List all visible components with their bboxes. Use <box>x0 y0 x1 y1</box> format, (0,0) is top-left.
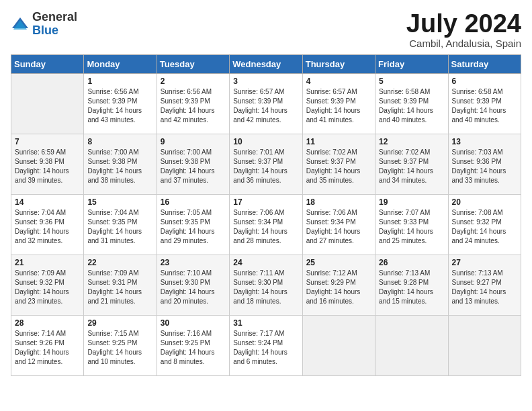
calendar-cell: 18Sunrise: 7:06 AMSunset: 9:34 PMDayligh… <box>302 195 375 255</box>
calendar-cell: 16Sunrise: 7:05 AMSunset: 9:35 PMDayligh… <box>157 195 229 255</box>
day-info: Sunrise: 6:57 AMSunset: 9:39 PMDaylight:… <box>233 87 298 125</box>
logo-text: General Blue <box>32 11 77 38</box>
day-number: 7 <box>15 137 80 146</box>
header-day-sunday: Sunday <box>11 55 84 74</box>
day-number: 12 <box>379 137 444 146</box>
calendar-cell: 28Sunrise: 7:14 AMSunset: 9:26 PMDayligh… <box>11 316 84 376</box>
day-info: Sunrise: 7:08 AMSunset: 9:32 PMDaylight:… <box>452 208 517 246</box>
calendar-cell: 22Sunrise: 7:09 AMSunset: 9:31 PMDayligh… <box>84 255 157 316</box>
day-number: 26 <box>379 258 444 267</box>
calendar-cell: 2Sunrise: 6:56 AMSunset: 9:39 PMDaylight… <box>157 74 229 134</box>
calendar-cell: 7Sunrise: 6:59 AMSunset: 9:38 PMDaylight… <box>11 134 84 195</box>
calendar-cell: 31Sunrise: 7:17 AMSunset: 9:24 PMDayligh… <box>230 316 302 376</box>
calendar-cell: 10Sunrise: 7:01 AMSunset: 9:37 PMDayligh… <box>230 134 302 195</box>
day-info: Sunrise: 6:57 AMSunset: 9:39 PMDaylight:… <box>306 87 371 125</box>
day-number: 23 <box>161 258 226 267</box>
calendar-cell: 23Sunrise: 7:10 AMSunset: 9:30 PMDayligh… <box>157 255 229 316</box>
day-number: 17 <box>233 197 298 207</box>
month-title: July 2024 <box>406 11 521 36</box>
calendar-body: 1Sunrise: 6:56 AMSunset: 9:39 PMDaylight… <box>11 74 521 376</box>
week-row-5: 28Sunrise: 7:14 AMSunset: 9:26 PMDayligh… <box>11 316 521 376</box>
day-info: Sunrise: 7:04 AMSunset: 9:35 PMDaylight:… <box>87 208 152 246</box>
calendar-cell: 19Sunrise: 7:07 AMSunset: 9:33 PMDayligh… <box>375 195 448 255</box>
day-info: Sunrise: 7:13 AMSunset: 9:28 PMDaylight:… <box>379 269 444 306</box>
day-info: Sunrise: 6:56 AMSunset: 9:39 PMDaylight:… <box>161 87 226 125</box>
day-number: 1 <box>87 77 152 86</box>
header-day-friday: Friday <box>375 55 448 74</box>
calendar-cell <box>448 316 521 376</box>
calendar-cell: 15Sunrise: 7:04 AMSunset: 9:35 PMDayligh… <box>84 195 157 255</box>
calendar-cell: 8Sunrise: 7:00 AMSunset: 9:38 PMDaylight… <box>84 134 157 195</box>
day-number: 19 <box>379 197 444 207</box>
calendar-cell: 3Sunrise: 6:57 AMSunset: 9:39 PMDaylight… <box>230 74 302 134</box>
day-number: 25 <box>306 258 371 267</box>
calendar-cell <box>11 74 84 134</box>
day-number: 27 <box>452 258 517 267</box>
day-number: 24 <box>233 258 298 267</box>
header-day-thursday: Thursday <box>302 55 375 74</box>
week-row-2: 7Sunrise: 6:59 AMSunset: 9:38 PMDaylight… <box>11 134 521 195</box>
day-info: Sunrise: 7:09 AMSunset: 9:31 PMDaylight:… <box>87 269 152 306</box>
header-day-tuesday: Tuesday <box>157 55 229 74</box>
day-info: Sunrise: 7:02 AMSunset: 9:37 PMDaylight:… <box>379 148 444 185</box>
day-number: 20 <box>452 197 517 207</box>
day-info: Sunrise: 7:00 AMSunset: 9:38 PMDaylight:… <box>87 148 152 185</box>
calendar-cell: 1Sunrise: 6:56 AMSunset: 9:39 PMDaylight… <box>84 74 157 134</box>
day-number: 8 <box>87 137 152 146</box>
header-day-wednesday: Wednesday <box>230 55 302 74</box>
day-number: 6 <box>452 77 517 86</box>
day-info: Sunrise: 7:10 AMSunset: 9:30 PMDaylight:… <box>161 269 226 306</box>
day-number: 2 <box>161 77 226 86</box>
title-area: July 2024 Cambil, Andalusia, Spain <box>406 11 521 49</box>
day-info: Sunrise: 7:01 AMSunset: 9:37 PMDaylight:… <box>233 148 298 185</box>
week-row-4: 21Sunrise: 7:09 AMSunset: 9:32 PMDayligh… <box>11 255 521 316</box>
calendar-cell: 26Sunrise: 7:13 AMSunset: 9:28 PMDayligh… <box>375 255 448 316</box>
calendar-header: SundayMondayTuesdayWednesdayThursdayFrid… <box>11 55 521 74</box>
logo: General Blue <box>11 11 77 38</box>
calendar-cell: 17Sunrise: 7:06 AMSunset: 9:34 PMDayligh… <box>230 195 302 255</box>
logo-blue-text: Blue <box>32 24 77 38</box>
day-number: 31 <box>233 318 298 328</box>
day-number: 3 <box>233 77 298 86</box>
calendar-cell: 6Sunrise: 6:58 AMSunset: 9:39 PMDaylight… <box>448 74 521 134</box>
day-info: Sunrise: 7:17 AMSunset: 9:24 PMDaylight:… <box>233 329 298 367</box>
calendar-cell: 30Sunrise: 7:16 AMSunset: 9:25 PMDayligh… <box>157 316 229 376</box>
day-info: Sunrise: 7:06 AMSunset: 9:34 PMDaylight:… <box>306 208 371 246</box>
calendar-cell <box>302 316 375 376</box>
logo-general-text: General <box>32 11 77 24</box>
header: General Blue July 2024 Cambil, Andalusia… <box>11 11 521 49</box>
calendar-cell <box>375 316 448 376</box>
calendar-cell: 24Sunrise: 7:11 AMSunset: 9:30 PMDayligh… <box>230 255 302 316</box>
day-info: Sunrise: 7:07 AMSunset: 9:33 PMDaylight:… <box>379 208 444 246</box>
day-info: Sunrise: 6:58 AMSunset: 9:39 PMDaylight:… <box>379 87 444 125</box>
calendar-cell: 14Sunrise: 7:04 AMSunset: 9:36 PMDayligh… <box>11 195 84 255</box>
calendar-cell: 5Sunrise: 6:58 AMSunset: 9:39 PMDaylight… <box>375 74 448 134</box>
day-info: Sunrise: 7:03 AMSunset: 9:36 PMDaylight:… <box>452 148 517 185</box>
day-info: Sunrise: 7:09 AMSunset: 9:32 PMDaylight:… <box>15 269 80 306</box>
header-day-saturday: Saturday <box>448 55 521 74</box>
calendar-cell: 13Sunrise: 7:03 AMSunset: 9:36 PMDayligh… <box>448 134 521 195</box>
day-number: 29 <box>87 318 152 328</box>
day-number: 18 <box>306 197 371 207</box>
logo-icon <box>11 15 30 34</box>
day-number: 11 <box>306 137 371 146</box>
day-info: Sunrise: 6:56 AMSunset: 9:39 PMDaylight:… <box>87 87 152 125</box>
calendar-cell: 12Sunrise: 7:02 AMSunset: 9:37 PMDayligh… <box>375 134 448 195</box>
header-row: SundayMondayTuesdayWednesdayThursdayFrid… <box>11 55 521 74</box>
calendar-cell: 9Sunrise: 7:00 AMSunset: 9:38 PMDaylight… <box>157 134 229 195</box>
day-number: 5 <box>379 77 444 86</box>
day-number: 4 <box>306 77 371 86</box>
day-info: Sunrise: 7:13 AMSunset: 9:27 PMDaylight:… <box>452 269 517 306</box>
week-row-1: 1Sunrise: 6:56 AMSunset: 9:39 PMDaylight… <box>11 74 521 134</box>
day-info: Sunrise: 7:14 AMSunset: 9:26 PMDaylight:… <box>15 329 80 367</box>
calendar-cell: 4Sunrise: 6:57 AMSunset: 9:39 PMDaylight… <box>302 74 375 134</box>
day-info: Sunrise: 7:15 AMSunset: 9:25 PMDaylight:… <box>87 329 152 367</box>
calendar-cell: 29Sunrise: 7:15 AMSunset: 9:25 PMDayligh… <box>84 316 157 376</box>
day-number: 15 <box>87 197 152 207</box>
week-row-3: 14Sunrise: 7:04 AMSunset: 9:36 PMDayligh… <box>11 195 521 255</box>
day-number: 16 <box>161 197 226 207</box>
day-info: Sunrise: 7:04 AMSunset: 9:36 PMDaylight:… <box>15 208 80 246</box>
day-info: Sunrise: 7:12 AMSunset: 9:29 PMDaylight:… <box>306 269 371 306</box>
day-number: 13 <box>452 137 517 146</box>
location-title: Cambil, Andalusia, Spain <box>406 38 521 49</box>
